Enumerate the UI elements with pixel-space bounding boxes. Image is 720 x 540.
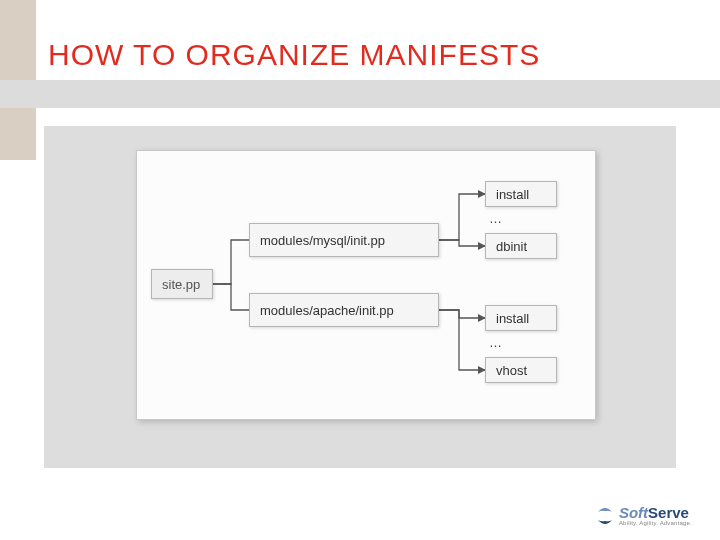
title-band <box>0 80 720 108</box>
logo-word-serve: Serve <box>648 504 689 521</box>
slide-title: HOW TO ORGANIZE MANIFESTS <box>48 38 540 72</box>
ellipsis-mysql: … <box>489 211 502 226</box>
node-label: vhost <box>496 363 527 378</box>
logo-tagline: Ability. Agility. Advantage. <box>619 520 692 526</box>
brand-logo: SoftServe Ability. Agility. Advantage. <box>595 505 692 526</box>
node-mysql-install: install <box>485 181 557 207</box>
node-label: modules/mysql/init.pp <box>260 233 385 248</box>
manifest-diagram: site.pp modules/mysql/init.pp modules/ap… <box>136 150 596 420</box>
node-site-pp: site.pp <box>151 269 213 299</box>
logo-icon <box>595 506 615 526</box>
node-apache-vhost: vhost <box>485 357 557 383</box>
node-apache-install: install <box>485 305 557 331</box>
node-label: install <box>496 187 529 202</box>
node-apache-init: modules/apache/init.pp <box>249 293 439 327</box>
node-mysql-init: modules/mysql/init.pp <box>249 223 439 257</box>
node-label: install <box>496 311 529 326</box>
node-mysql-dbinit: dbinit <box>485 233 557 259</box>
logo-word-soft: Soft <box>619 504 648 521</box>
node-label: modules/apache/init.pp <box>260 303 394 318</box>
node-label: dbinit <box>496 239 527 254</box>
ellipsis-apache: … <box>489 335 502 350</box>
node-label: site.pp <box>162 277 200 292</box>
logo-text: SoftServe Ability. Agility. Advantage. <box>619 505 692 526</box>
